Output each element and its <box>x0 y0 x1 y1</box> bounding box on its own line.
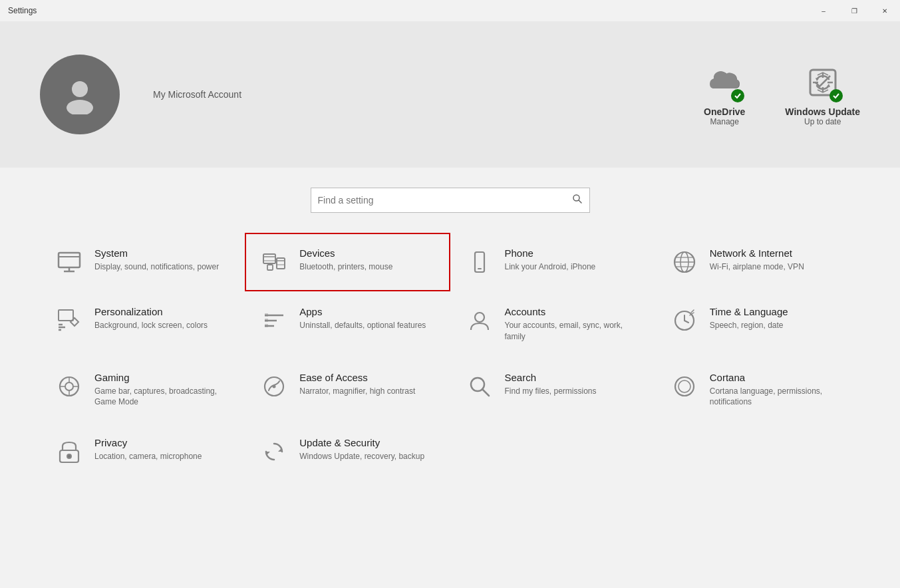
personalization-desc: Background, lock screen, colors <box>94 320 208 331</box>
network-title: Network & Internet <box>710 247 804 259</box>
time-desc: Speech, region, date <box>710 320 788 331</box>
apps-icon <box>259 306 289 335</box>
close-button[interactable]: ✕ <box>869 0 900 21</box>
windows-update-subtitle: Up to date <box>804 117 841 126</box>
minimize-button[interactable]: – <box>808 0 839 21</box>
maximize-button[interactable]: ❐ <box>839 0 869 21</box>
window-controls: – ❐ ✕ <box>808 0 900 21</box>
svg-rect-32 <box>265 324 268 327</box>
system-desc: Display, sound, notifications, power <box>94 261 219 273</box>
header-section: My Microsoft Account OneDrive Manage <box>0 21 900 168</box>
svg-point-47 <box>675 377 694 396</box>
setting-item-time[interactable]: Time & Language Speech, region, date <box>655 291 860 357</box>
search-title: Search <box>505 372 597 383</box>
setting-item-apps[interactable]: Apps Uninstall, defaults, optional featu… <box>245 291 450 357</box>
apps-desc: Uninstall, defaults, optional features <box>299 320 426 331</box>
onedrive-subtitle: Manage <box>710 117 739 126</box>
accounts-desc: Your accounts, email, sync, work, family <box>505 320 641 343</box>
windows-update-widget[interactable]: Windows Update Up to date <box>785 63 860 126</box>
setting-item-ease[interactable]: Ease of Access Narrator, magnifier, high… <box>245 357 450 423</box>
search-input[interactable] <box>318 195 572 206</box>
header-widgets: OneDrive Manage <box>704 63 860 126</box>
gaming-icon <box>55 372 84 401</box>
time-icon <box>670 306 699 335</box>
personalization-icon <box>55 306 84 335</box>
svg-rect-30 <box>265 313 268 317</box>
privacy-desc: Location, camera, microphone <box>94 451 202 462</box>
svg-point-38 <box>65 382 73 390</box>
settings-grid: System Display, sound, notifications, po… <box>40 233 860 481</box>
svg-rect-31 <box>265 319 268 322</box>
onedrive-widget[interactable]: OneDrive Manage <box>704 63 745 126</box>
cortana-icon <box>670 372 699 401</box>
network-desc: Wi-Fi, airplane mode, VPN <box>710 261 804 273</box>
ease-desc: Narrator, magnifier, high contrast <box>299 386 415 397</box>
account-label[interactable]: My Microsoft Account <box>153 89 241 100</box>
cortana-title: Cortana <box>710 372 845 383</box>
svg-marker-51 <box>278 448 282 452</box>
svg-point-33 <box>475 313 484 322</box>
windows-update-check-badge <box>829 89 843 102</box>
setting-item-devices[interactable]: Devices Bluetooth, printers, mouse <box>245 233 450 291</box>
search-desc: Find my files, permissions <box>505 386 597 397</box>
ease-title: Ease of Access <box>299 372 415 383</box>
onedrive-check-badge <box>731 89 744 102</box>
onedrive-title: OneDrive <box>704 106 745 117</box>
personalization-title: Personalization <box>94 306 208 317</box>
setting-item-gaming[interactable]: Gaming Game bar, captures, broadcasting,… <box>40 357 245 423</box>
phone-title: Phone <box>505 247 596 259</box>
search-icon <box>465 372 494 401</box>
devices-icon <box>259 247 289 277</box>
privacy-title: Privacy <box>94 437 202 448</box>
setting-item-privacy[interactable]: Privacy Location, camera, microphone <box>40 422 245 481</box>
setting-item-network[interactable]: Network & Internet Wi-Fi, airplane mode,… <box>655 233 860 291</box>
update-desc: Windows Update, recovery, backup <box>299 451 424 462</box>
main-content: System Display, sound, notifications, po… <box>0 168 900 501</box>
app-title: Settings <box>8 6 37 15</box>
svg-rect-5 <box>59 253 80 267</box>
setting-item-system[interactable]: System Display, sound, notifications, po… <box>40 233 245 291</box>
svg-rect-10 <box>277 258 285 269</box>
setting-item-phone[interactable]: Phone Link your Android, iPhone <box>450 233 655 291</box>
svg-point-0 <box>72 81 88 97</box>
avatar[interactable] <box>40 55 120 134</box>
network-icon <box>670 247 699 277</box>
update-icon <box>259 437 289 466</box>
titlebar: Settings – ❐ ✕ <box>0 0 900 21</box>
gaming-title: Gaming <box>94 372 230 383</box>
phone-desc: Link your Android, iPhone <box>505 261 596 273</box>
svg-point-1 <box>67 100 93 114</box>
search-box[interactable] <box>311 188 590 213</box>
svg-line-36 <box>684 321 688 323</box>
windows-update-title: Windows Update <box>785 106 860 117</box>
update-title: Update & Security <box>299 437 424 448</box>
search-icon <box>572 194 583 207</box>
devices-desc: Bluetooth, printers, mouse <box>299 261 392 273</box>
windows-update-icon-wrap <box>803 63 843 102</box>
ease-icon <box>259 372 289 401</box>
svg-rect-15 <box>267 265 273 270</box>
setting-item-search[interactable]: Search Find my files, permissions <box>450 357 655 423</box>
phone-icon <box>465 247 494 277</box>
svg-rect-9 <box>263 254 275 263</box>
setting-item-cortana[interactable]: Cortana Cortana language, permissions, n… <box>655 357 860 423</box>
onedrive-icon-wrap <box>704 63 744 102</box>
privacy-icon <box>55 437 84 466</box>
system-title: System <box>94 247 219 259</box>
devices-title: Devices <box>299 247 392 259</box>
setting-item-personalization[interactable]: Personalization Background, lock screen,… <box>40 291 245 357</box>
svg-marker-52 <box>266 452 270 456</box>
svg-rect-23 <box>59 310 73 321</box>
svg-line-46 <box>482 389 489 396</box>
gaming-desc: Game bar, captures, broadcasting, Game M… <box>94 386 230 408</box>
system-icon <box>55 247 84 277</box>
svg-point-50 <box>67 454 71 458</box>
setting-item-accounts[interactable]: Accounts Your accounts, email, sync, wor… <box>450 291 655 357</box>
cortana-desc: Cortana language, permissions, notificat… <box>710 386 845 408</box>
setting-item-update[interactable]: Update & Security Windows Update, recove… <box>245 422 450 481</box>
svg-point-44 <box>273 384 276 388</box>
svg-point-48 <box>678 380 690 392</box>
search-section <box>40 188 860 213</box>
accounts-icon <box>465 306 494 335</box>
accounts-title: Accounts <box>505 306 641 317</box>
